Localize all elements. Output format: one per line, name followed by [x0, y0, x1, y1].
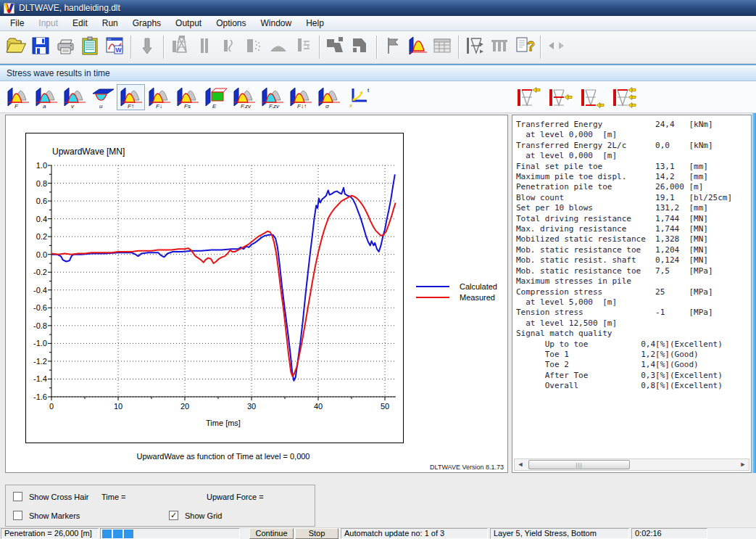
result-line: at level 0,000 [m]	[516, 130, 732, 140]
result-line: Up to toe 0,4[%](Excellent)	[516, 340, 732, 350]
menu-options[interactable]: Options	[209, 17, 253, 30]
menu-help[interactable]: Help	[299, 17, 331, 30]
graph-button-u[interactable]: u	[88, 84, 117, 110]
continue-button[interactable]: Continue	[249, 528, 294, 539]
menu-run[interactable]: Run	[95, 17, 125, 30]
driving-system-button	[167, 34, 192, 60]
graph-button-f.zv[interactable]: F.zv	[258, 84, 286, 110]
chart-plot: -1.6-1.4-1.2-1.0-0.8-0.6-0.4-0.20.00.20.…	[26, 133, 403, 443]
hammer1-icon	[324, 35, 347, 59]
report-icon: W	[104, 35, 125, 59]
graph-button-f.zv[interactable]: F.zv	[230, 84, 258, 110]
svg-text:40: 40	[314, 402, 323, 411]
graph-type-buttons: FavuF↑F↓FsEF.zvF.zvF↓↑σtx	[4, 84, 371, 110]
menu-output[interactable]: Output	[168, 17, 209, 30]
hammer-blow-left-button[interactable]	[323, 34, 348, 60]
result-line: Toe 2 1,4[%](Good)	[516, 360, 732, 370]
svg-text:0.0: 0.0	[36, 250, 47, 259]
progress-block	[113, 530, 122, 538]
graph-button-σ[interactable]: σ	[315, 84, 343, 110]
print-button[interactable]	[53, 34, 78, 60]
svg-text:t: t	[367, 87, 370, 94]
svg-text:-1.2: -1.2	[33, 357, 47, 366]
svg-text:W: W	[115, 46, 122, 54]
scroll-left-arrow-icon[interactable]: ◄	[515, 459, 526, 470]
open-file-button[interactable]	[4, 34, 28, 60]
set-level-middle-button[interactable]	[545, 85, 574, 110]
flag-icon	[382, 35, 404, 59]
graph-button-e[interactable]: E	[202, 84, 230, 110]
graph-button-a[interactable]: a	[32, 84, 60, 110]
graph-button-fs[interactable]: Fs	[173, 84, 202, 110]
legend-label: Calculated	[460, 282, 497, 291]
menu-edit[interactable]: Edit	[65, 17, 95, 30]
menu-file[interactable]: File	[3, 17, 31, 30]
child-window-edge	[752, 113, 756, 473]
svg-text:Fs: Fs	[184, 103, 191, 109]
columns-button	[487, 34, 512, 60]
show-markers-checkbox[interactable]	[13, 511, 22, 520]
pile-levels-button[interactable]	[462, 34, 487, 60]
version-note: DLTWAVE Version 8.1.73	[430, 464, 504, 471]
result-line: Blow count 19,1 [bl/25cm]	[516, 193, 732, 203]
options-row-1: Show Cross Hair Time = Upward Force =	[6, 492, 315, 503]
options-panel: Show Cross Hair Time = Upward Force = Sh…	[5, 485, 315, 527]
chart-area: -1.6-1.4-1.2-1.0-0.8-0.6-0.4-0.20.00.20.…	[25, 133, 404, 443]
report-button[interactable]: W	[102, 34, 127, 60]
result-line: Signal match quality	[516, 329, 732, 339]
scroll-right-arrow-icon[interactable]: ►	[737, 459, 749, 470]
set-level-all-button[interactable]	[609, 85, 638, 110]
result-line: at level 0,000 [m]	[516, 151, 732, 161]
graph-button-f[interactable]: F	[4, 84, 32, 110]
show-grid-checkbox[interactable]: ✓	[169, 511, 178, 520]
table-icon	[431, 35, 453, 59]
automatch-status: Automatch update no: 1 of 3	[341, 528, 488, 539]
set-level-bottom-button[interactable]	[577, 85, 606, 110]
timer-status: 0:02:16	[631, 528, 707, 539]
help-icon: ?	[513, 35, 535, 59]
svg-text:σ: σ	[325, 103, 330, 109]
main-toolbar: W?	[0, 31, 756, 64]
clipboard-button[interactable]	[78, 34, 102, 60]
graph-button-f↓↑[interactable]: F↓↑	[286, 84, 315, 110]
svg-text:F↓: F↓	[156, 103, 162, 109]
result-line: at level 5,000 [m]	[516, 297, 732, 308]
svg-text:u: u	[99, 103, 103, 109]
graph-button-x[interactable]: tx	[343, 84, 371, 110]
result-line: Maximum pile toe displ. 14,2 [mm]	[516, 172, 732, 182]
pile-input-button	[135, 34, 159, 60]
flag-button[interactable]	[381, 34, 405, 60]
result-line: Final set pile toe 13,1 [mm]	[516, 162, 732, 172]
help-button[interactable]: ?	[512, 34, 536, 60]
penetration-status: Penetration = 26,000 [m]	[1, 528, 99, 539]
graph-button-f↑[interactable]: F↑	[117, 84, 145, 110]
save-file-button[interactable]	[28, 34, 53, 60]
svg-text:-1.4: -1.4	[33, 374, 47, 383]
pile-properties-button	[192, 34, 217, 60]
scrollbar-thumb[interactable]: |||	[528, 460, 630, 469]
graph-button-v[interactable]: v	[60, 84, 88, 110]
graph-button-f↓[interactable]: F↓	[145, 84, 173, 110]
svg-text:10: 10	[114, 402, 122, 411]
svg-text:F.zv: F.zv	[269, 103, 280, 109]
mound-icon	[267, 35, 289, 59]
pilesoil-icon	[292, 35, 314, 59]
result-line: Mob. static resistance toe 1,204 [MN]	[516, 245, 732, 255]
progress-indicator	[100, 528, 240, 539]
results-text: Transferred Energy 24,4 [kNm] at level 0…	[516, 120, 732, 392]
legend-label: Measured	[460, 293, 495, 302]
signal-curve-button[interactable]	[405, 34, 430, 60]
child-window-caption: Stress wave results in time	[0, 64, 756, 81]
pilesegment-icon	[218, 35, 240, 59]
result-line: Maximum stresses in pile	[516, 276, 732, 287]
menu-window[interactable]: Window	[254, 17, 299, 30]
horizontal-scrollbar[interactable]: ◄ ||| ►	[514, 458, 749, 471]
svg-text:a: a	[43, 103, 46, 109]
show-cross-hair-checkbox[interactable]	[13, 492, 22, 501]
hammer-blow-right-button[interactable]	[348, 34, 373, 60]
menu-graphs[interactable]: Graphs	[125, 17, 168, 30]
show-cross-hair-label: Show Cross Hair	[29, 493, 89, 501]
stop-button[interactable]: Stop	[295, 528, 338, 539]
svg-text:0.8: 0.8	[36, 179, 47, 188]
set-level-top-button[interactable]	[513, 85, 542, 110]
